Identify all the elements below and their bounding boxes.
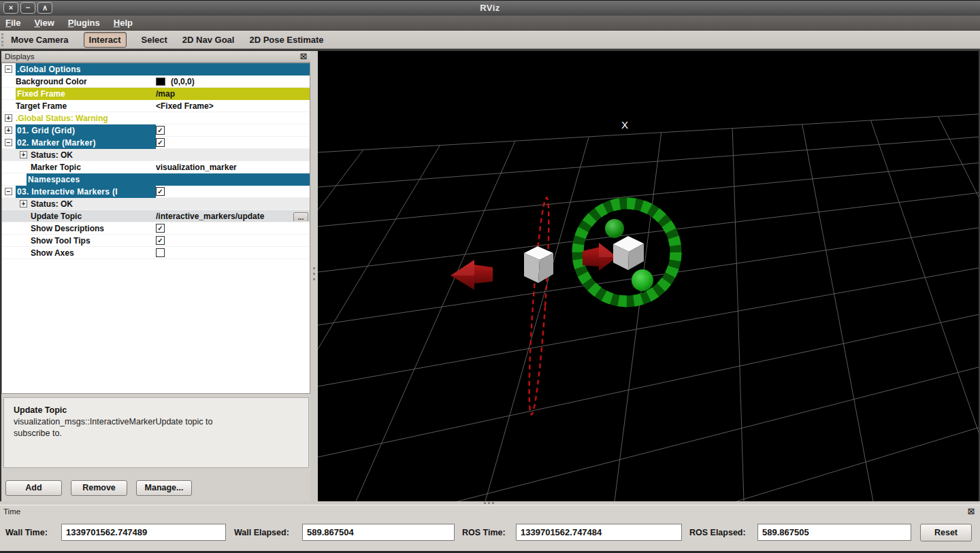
time-panel-title: Time <box>3 507 20 516</box>
add-display-button[interactable]: Add <box>5 480 62 496</box>
check-icon: ✓ <box>157 224 163 232</box>
menu-plugins[interactable]: Plugins <box>68 18 100 28</box>
displays-panel-titlebar[interactable]: Displays ⊠ <box>1 51 310 63</box>
gray-cube-marker <box>524 246 553 283</box>
check-icon: ✓ <box>157 237 163 244</box>
time-panel-close-icon[interactable]: ⊠ <box>966 507 976 516</box>
menu-help[interactable]: Help <box>114 18 133 28</box>
collapse-icon[interactable]: − <box>5 139 12 146</box>
ros-elapsed-input[interactable] <box>757 524 911 541</box>
property-description-box: Update Topic visualization_msgs::Interac… <box>3 397 309 468</box>
wall-elapsed-label: Wall Elapsed: <box>234 528 289 537</box>
title-bar: × − ∧ RViz <box>0 0 980 16</box>
red-arrow-marker-left <box>451 260 493 290</box>
interactive-cube-marker[interactable] <box>613 236 644 270</box>
green-sphere-marker-bottom <box>632 269 653 291</box>
manage-displays-button[interactable]: Manage... <box>136 480 192 496</box>
menu-file[interactable]: File <box>5 18 20 28</box>
tree-row-marker-topic[interactable]: Marker Topic visualization_marker <box>2 161 310 173</box>
topic-browse-button[interactable]: ... <box>293 212 308 221</box>
property-label: Show Tool Tips <box>31 236 156 246</box>
wall-time-label: Wall Time: <box>5 528 48 537</box>
tree-row-fixed-frame[interactable]: Fixed Frame /map <box>2 88 310 100</box>
check-icon: ✓ <box>157 139 163 146</box>
tree-row-global-options[interactable]: − .Global Options <box>2 63 310 76</box>
displays-close-icon[interactable]: ⊠ <box>299 52 308 61</box>
toolbar-drag-handle[interactable] <box>1 33 3 46</box>
group-label: Namespaces <box>27 173 310 186</box>
property-label: Show Descriptions <box>31 224 156 233</box>
enabled-checkbox[interactable]: ✓ <box>156 126 165 135</box>
green-sphere-marker-top <box>605 219 624 238</box>
tree-row-namespaces[interactable]: Namespaces <box>2 173 310 186</box>
ros-time-input[interactable] <box>516 524 682 541</box>
tree-row-grid-display[interactable]: + 01. Grid (Grid) ✓ <box>2 124 310 137</box>
tree-row-show-axes[interactable]: Show Axes <box>2 247 310 259</box>
enabled-checkbox[interactable]: ✓ <box>156 187 165 196</box>
status-label: Status: OK <box>31 150 156 160</box>
enabled-checkbox[interactable]: ✓ <box>156 138 165 147</box>
tree-row-global-status[interactable]: + .Global Status: Warning <box>2 112 310 124</box>
displays-panel: Displays ⊠ − .Global Options Background … <box>1 51 310 501</box>
tree-row-marker-display[interactable]: − 02. Marker (Marker) ✓ <box>2 137 310 149</box>
tree-row-show-tool-tips[interactable]: Show Tool Tips ✓ <box>2 235 310 247</box>
rviz-window: × − ∧ RViz File View Plugins Help Move C… <box>0 0 980 553</box>
color-swatch[interactable] <box>156 78 165 86</box>
tree-row-marker-status[interactable]: + Status: OK <box>2 149 310 161</box>
reset-time-button[interactable]: Reset <box>920 524 972 541</box>
property-label: Show Axes <box>31 248 156 258</box>
property-label: Target Frame <box>16 101 156 111</box>
x-axis-label: X <box>621 119 628 131</box>
check-icon: ✓ <box>157 188 163 195</box>
collapse-icon[interactable]: − <box>5 65 12 73</box>
tree-row-target-frame[interactable]: Target Frame <Fixed Frame> <box>2 100 310 112</box>
ros-elapsed-label: ROS Elapsed: <box>689 528 746 537</box>
render-viewport-3d[interactable]: X <box>318 51 979 501</box>
remove-display-button[interactable]: Remove <box>71 480 127 496</box>
marker-layer <box>318 51 979 501</box>
panel-splitter-vertical[interactable] <box>310 51 318 501</box>
property-value: (0,0,0) <box>171 77 195 86</box>
tool-move-camera[interactable]: Move Camera <box>11 35 69 45</box>
display-label: 02. Marker (Marker) <box>16 137 156 149</box>
tool-2d-pose-estimate[interactable]: 2D Pose Estimate <box>249 35 323 45</box>
window-title: RViz <box>0 3 980 13</box>
red-arrow-marker-right[interactable] <box>583 243 617 271</box>
tree-row-show-descriptions[interactable]: Show Descriptions ✓ <box>2 222 310 235</box>
tree-row-update-topic[interactable]: Update Topic /interactive_markers/update… <box>2 210 310 222</box>
expand-icon[interactable]: + <box>5 114 12 122</box>
expand-icon[interactable]: + <box>5 127 12 134</box>
collapse-icon[interactable]: − <box>5 188 12 195</box>
description-title: Update Topic <box>14 405 299 415</box>
show-axes-checkbox[interactable] <box>156 248 165 257</box>
group-label: .Global Options <box>16 63 310 76</box>
menu-view[interactable]: View <box>34 18 54 28</box>
tree-row-interactive-markers[interactable]: − 03. Interactive Markers (I ✓ <box>2 186 310 198</box>
tool-bar: Move Camera Interact Select 2D Nav Goal … <box>0 31 980 49</box>
expand-icon[interactable]: + <box>20 151 27 158</box>
displays-tree: − .Global Options Background Color (0,0,… <box>1 63 310 394</box>
time-panel: Time ⊠ Wall Time: Wall Elapsed: ROS Time… <box>0 505 980 551</box>
property-label: Marker Topic <box>31 163 156 172</box>
show-descriptions-checkbox[interactable]: ✓ <box>156 224 165 233</box>
property-value: <Fixed Frame> <box>156 101 214 111</box>
wall-time-input[interactable] <box>61 524 226 541</box>
tool-2d-nav-goal[interactable]: 2D Nav Goal <box>182 35 235 45</box>
show-tool-tips-checkbox[interactable]: ✓ <box>156 236 165 245</box>
displays-panel-title: Displays <box>5 52 34 61</box>
tool-interact[interactable]: Interact <box>84 32 127 48</box>
property-label: Background Color <box>16 77 156 86</box>
tree-row-im-status[interactable]: + Status: OK <box>2 198 310 210</box>
expand-icon[interactable]: + <box>20 200 27 207</box>
ros-time-label: ROS Time: <box>462 528 506 537</box>
property-value: /map <box>156 89 175 99</box>
warning-label: .Global Status: Warning <box>16 114 310 123</box>
tree-row-background-color[interactable]: Background Color (0,0,0) <box>2 76 310 88</box>
status-label: Status: OK <box>31 199 156 209</box>
check-icon: ✓ <box>157 127 163 134</box>
property-value: visualization_marker <box>156 163 237 172</box>
display-label: 03. Interactive Markers (I <box>16 186 156 198</box>
menu-bar: File View Plugins Help <box>0 16 980 31</box>
wall-elapsed-input[interactable] <box>302 524 455 541</box>
tool-select[interactable]: Select <box>142 35 167 45</box>
